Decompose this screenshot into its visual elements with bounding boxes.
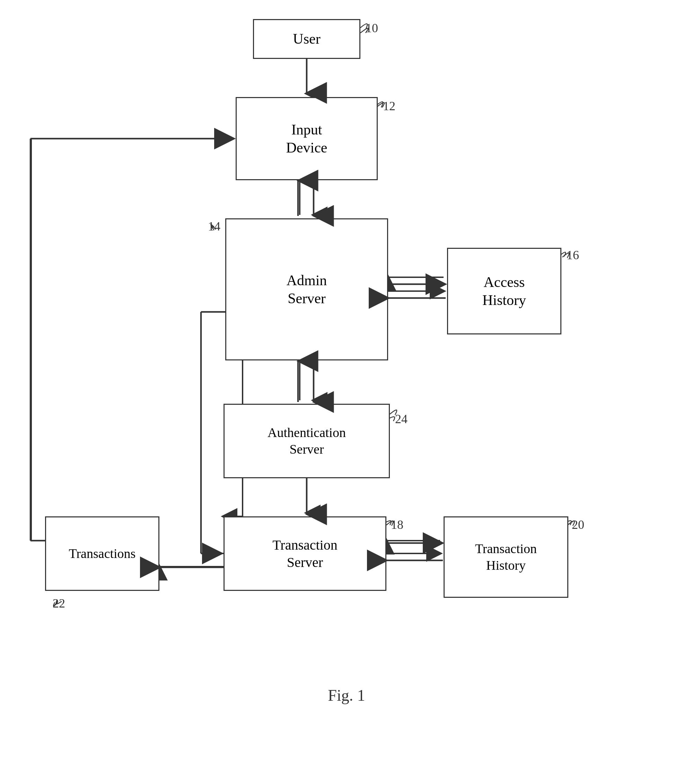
admin-server-label: AdminServer	[287, 271, 327, 308]
authentication-server-label: AuthenticationServer	[267, 425, 346, 457]
ref-20: 20	[572, 518, 584, 532]
user-box: User	[253, 19, 360, 59]
authentication-server-box: AuthenticationServer	[223, 404, 390, 478]
admin-server-box: AdminServer	[225, 218, 388, 360]
access-history-box: AccessHistory	[447, 248, 561, 335]
user-label: User	[293, 30, 320, 48]
ref-12: 12	[383, 99, 395, 113]
ref-22: 22	[53, 596, 65, 611]
transactions-label: Transactions	[69, 546, 136, 562]
transaction-history-box: TransactionHistory	[444, 516, 568, 598]
transactions-box: Transactions	[45, 516, 159, 591]
ref-24: 24	[395, 412, 408, 426]
ref-16: 16	[567, 248, 579, 262]
transaction-history-label: TransactionHistory	[475, 541, 537, 574]
figure-caption: Fig. 1	[260, 686, 433, 705]
ref-14: 14	[208, 219, 220, 234]
transaction-server-box: TransactionServer	[223, 516, 386, 591]
transaction-server-label: TransactionServer	[272, 536, 337, 571]
ref-18: 18	[391, 518, 403, 532]
access-history-label: AccessHistory	[482, 273, 526, 310]
diagram-container: User InputDevice AdminServer AccessHisto…	[0, 0, 700, 760]
ref-10: 10	[366, 21, 378, 35]
input-device-box: InputDevice	[236, 97, 378, 180]
input-device-label: InputDevice	[286, 120, 328, 157]
